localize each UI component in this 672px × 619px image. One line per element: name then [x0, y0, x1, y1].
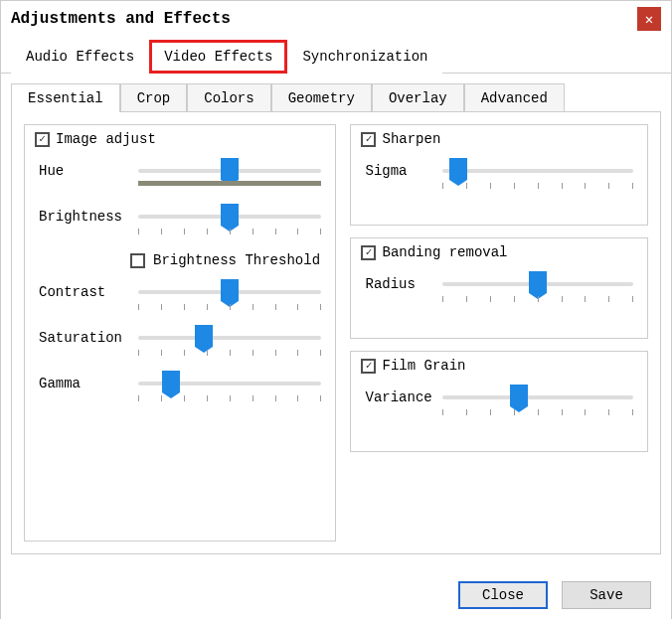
contrast-slider[interactable] [138, 282, 321, 302]
radius-label: Radius [365, 276, 432, 292]
variance-label: Variance [365, 389, 432, 405]
radius-slider[interactable] [442, 274, 633, 294]
film-grain-checkbox[interactable] [361, 359, 376, 374]
essential-panel: Image adjust Hue Brightness [11, 111, 661, 554]
hue-label: Hue [39, 163, 128, 179]
saturation-slider[interactable] [138, 328, 321, 348]
tab-colors[interactable]: Colors [187, 83, 270, 112]
banding-removal-checkbox[interactable] [361, 245, 376, 260]
banding-removal-label: Banding removal [382, 244, 507, 260]
gamma-slider[interactable] [138, 374, 321, 393]
window-title: Adjustments and Effects [11, 10, 231, 28]
brightness-slider[interactable] [138, 207, 321, 227]
image-adjust-label: Image adjust [56, 131, 156, 147]
adjustments-window: Adjustments and Effects ✕ Audio Effects … [0, 0, 672, 619]
brightness-threshold-checkbox[interactable] [130, 253, 145, 268]
tab-geometry[interactable]: Geometry [271, 83, 372, 112]
sigma-slider[interactable] [442, 161, 633, 181]
save-button[interactable]: Save [562, 581, 651, 609]
contrast-label: Contrast [39, 284, 128, 300]
sharpen-checkbox[interactable] [361, 132, 376, 147]
sharpen-group: Sharpen Sigma [350, 124, 648, 226]
tab-audio-effects[interactable]: Audio Effects [11, 40, 149, 74]
sigma-label: Sigma [365, 163, 432, 179]
saturation-label: Saturation [39, 330, 128, 346]
variance-slider[interactable] [442, 387, 633, 407]
close-icon[interactable]: ✕ [637, 7, 661, 31]
film-grain-label: Film Grain [382, 358, 465, 374]
titlebar: Adjustments and Effects ✕ [1, 1, 671, 39]
main-tabs: Audio Effects Video Effects Synchronizat… [1, 39, 671, 74]
brightness-label: Brightness [39, 209, 128, 225]
film-grain-group: Film Grain Variance [350, 351, 648, 452]
hue-slider[interactable] [138, 161, 321, 181]
dialog-buttons: Close Save [1, 565, 671, 619]
sub-tabs: Essential Crop Colors Geometry Overlay A… [11, 83, 661, 112]
banding-removal-group: Banding removal Radius [350, 237, 648, 339]
tab-crop[interactable]: Crop [120, 83, 188, 112]
sharpen-label: Sharpen [382, 131, 440, 147]
tab-essential[interactable]: Essential [11, 83, 120, 112]
close-button[interactable]: Close [458, 581, 548, 609]
image-adjust-checkbox[interactable] [35, 132, 50, 147]
tab-overlay[interactable]: Overlay [372, 83, 464, 112]
tab-synchronization[interactable]: Synchronization [287, 40, 442, 74]
gamma-label: Gamma [39, 376, 128, 391]
tab-advanced[interactable]: Advanced [464, 83, 565, 112]
image-adjust-group: Image adjust Hue Brightness [24, 124, 336, 542]
tab-video-effects[interactable]: Video Effects [149, 40, 287, 74]
brightness-threshold-label: Brightness Threshold [153, 252, 320, 268]
